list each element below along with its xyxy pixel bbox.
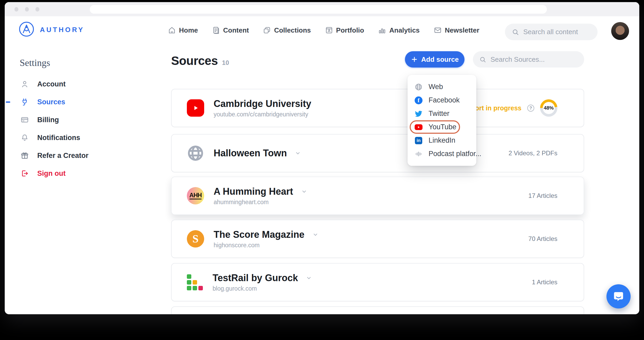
user-avatar[interactable] xyxy=(611,22,629,40)
source-content-count: 1 Articles xyxy=(532,279,557,286)
source-url: youtube.com/c/cambridgeuniversity xyxy=(214,111,311,118)
authory-logo-icon[interactable] xyxy=(19,22,34,37)
svg-text:?: ? xyxy=(530,105,532,110)
nav-item-home[interactable]: Home xyxy=(168,26,198,34)
dropdown-item-youtube[interactable]: YouTube xyxy=(410,120,460,134)
sidebar-item-sources[interactable]: Sources xyxy=(20,93,88,111)
sources-search-input[interactable] xyxy=(490,55,575,64)
page-header: Sources 10 xyxy=(171,54,229,68)
import-progress-ring: 48% xyxy=(540,99,557,117)
nav-label: Analytics xyxy=(389,26,420,34)
nav-label: Content xyxy=(223,26,249,34)
nav-label: Collections xyxy=(274,26,311,34)
sidebar-item-label: Refer a Creator xyxy=(37,152,88,160)
source-row-the-score-magazine[interactable]: S The Score Magazine highonscore.com 70 … xyxy=(171,220,584,258)
search-icon xyxy=(479,56,486,63)
dropdown-item-label: Podcast platfor... xyxy=(429,150,481,158)
sidebar-item-account[interactable]: Account xyxy=(20,75,88,93)
chat-launcher-button[interactable] xyxy=(606,284,631,308)
dropdown-item-label: Web xyxy=(429,83,443,91)
source-title: The Score Magazine xyxy=(214,229,304,240)
podcast-waveform-icon xyxy=(414,150,423,158)
source-row-testrail-by-gurock[interactable]: TestRail by Gurock blog.gurock.com 1 Art… xyxy=(171,263,584,301)
sidebar-item-sign-out[interactable]: Sign out xyxy=(20,164,88,182)
browser-chrome xyxy=(5,2,639,16)
credit-card-icon xyxy=(20,116,29,124)
source-row-partial xyxy=(171,306,584,314)
dropdown-item-twitter[interactable]: Twitter xyxy=(408,107,476,120)
brand-wordmark: AUTHORY xyxy=(40,26,85,34)
nav-item-collections[interactable]: Collections xyxy=(263,26,311,34)
dropdown-item-linkedin[interactable]: in LinkedIn xyxy=(408,134,476,147)
source-row-halloween-town[interactable]: Halloween Town 2 Videos, 2 PDFs xyxy=(171,134,584,172)
nav-item-content[interactable]: Content xyxy=(212,26,249,34)
traffic-light-zoom-icon[interactable] xyxy=(35,7,39,12)
sources-search[interactable] xyxy=(473,51,584,68)
testrail-logo xyxy=(187,274,203,290)
nav-item-portfolio[interactable]: Portfolio xyxy=(325,26,364,34)
traffic-light-minimize-icon[interactable] xyxy=(25,7,29,12)
chevron-down-icon[interactable] xyxy=(295,150,301,156)
chevron-down-icon[interactable] xyxy=(301,188,307,195)
gift-icon xyxy=(20,151,29,160)
nav-label: Home xyxy=(179,26,198,34)
facebook-icon: f xyxy=(414,96,423,104)
content-icon xyxy=(212,26,220,34)
sign-out-icon xyxy=(20,169,29,178)
chat-bubble-icon xyxy=(613,290,625,302)
analytics-icon xyxy=(378,26,386,34)
traffic-light-close-icon[interactable] xyxy=(14,7,18,12)
sidebar-item-notifications[interactable]: Notifications xyxy=(20,129,88,147)
nav-item-analytics[interactable]: Analytics xyxy=(378,26,420,34)
add-source-dropdown: Web f Facebook Twitter YouTube in Linked… xyxy=(408,75,476,166)
sidebar-item-label: Sources xyxy=(37,98,65,106)
page-title: Sources xyxy=(171,54,218,68)
dropdown-item-label: YouTube xyxy=(429,123,456,131)
global-search-input[interactable] xyxy=(523,28,592,36)
help-icon[interactable]: ? xyxy=(527,104,535,112)
dropdown-item-facebook[interactable]: f Facebook xyxy=(408,94,476,107)
dropdown-item-label: LinkedIn xyxy=(429,136,455,145)
sidebar-item-label: Notifications xyxy=(37,134,80,142)
sidebar-item-label: Sign out xyxy=(37,169,66,178)
source-title: A Humming Heart xyxy=(214,186,293,197)
nav-item-newsletter[interactable]: Newsletter xyxy=(434,26,479,34)
play-icon xyxy=(191,104,200,112)
active-item-indicator xyxy=(6,101,10,103)
score-logo-text: S xyxy=(192,233,198,245)
settings-menu: Account Sources Billing Notifications Re… xyxy=(20,75,88,182)
source-url: blog.gurock.com xyxy=(213,285,312,292)
sidebar-item-refer-a-creator[interactable]: Refer a Creator xyxy=(20,147,88,164)
person-icon xyxy=(20,80,29,88)
search-icon xyxy=(512,28,519,36)
dropdown-item-label: Facebook xyxy=(429,96,460,104)
screen-background: { "browser": { "url_value": "" }, "heade… xyxy=(0,0,644,340)
home-icon xyxy=(168,26,176,34)
browser-url-bar[interactable] xyxy=(90,5,547,14)
chevron-down-icon[interactable] xyxy=(312,231,319,238)
add-source-label: Add source xyxy=(421,55,459,64)
sidebar-item-billing[interactable]: Billing xyxy=(20,111,88,129)
dropdown-item-podcast-platforms[interactable]: Podcast platfor... xyxy=(408,147,476,161)
source-url: ahummingheart.com xyxy=(214,199,307,206)
collections-icon xyxy=(263,26,271,34)
sidebar-item-label: Account xyxy=(37,80,66,88)
chevron-down-icon[interactable] xyxy=(306,275,312,281)
portfolio-icon xyxy=(325,26,333,34)
global-search[interactable] xyxy=(505,24,598,40)
nav-label: Newsletter xyxy=(445,26,479,34)
top-navigation: Home Content Collections Portfolio Analy… xyxy=(168,24,479,36)
import-status: Import in progress ? 48% xyxy=(463,99,557,117)
source-title: Halloween Town xyxy=(214,148,287,159)
plug-icon xyxy=(20,98,29,106)
source-row-cambridge-university[interactable]: Cambridge University youtube.com/c/cambr… xyxy=(171,89,584,127)
progress-percent: 48% xyxy=(540,99,557,117)
youtube-source-icon xyxy=(187,99,204,117)
add-source-button[interactable]: Add source xyxy=(405,51,464,68)
dropdown-item-web[interactable]: Web xyxy=(408,80,476,94)
sidebar-item-label: Billing xyxy=(37,116,59,124)
sidebar-title: Settings xyxy=(20,57,50,68)
bell-icon xyxy=(20,133,29,142)
dropdown-item-label: Twitter xyxy=(429,110,450,118)
source-row-a-humming-heart[interactable]: AHH A Humming Heart ahummingheart.com 17… xyxy=(171,177,584,215)
